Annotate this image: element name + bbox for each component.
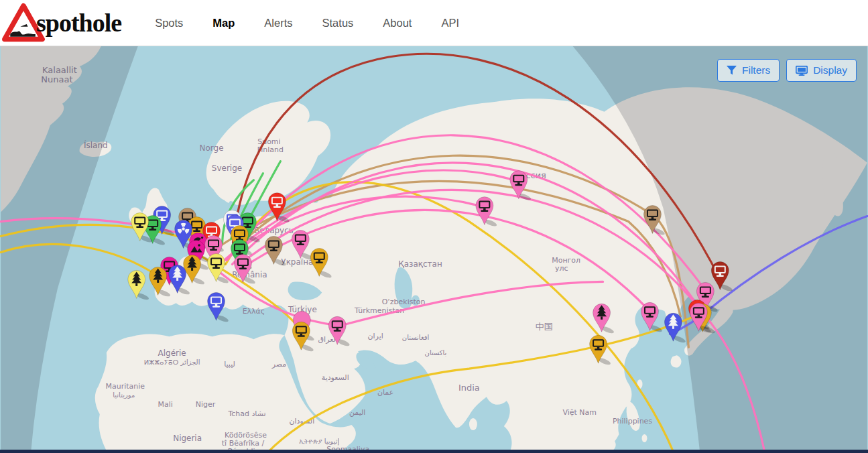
- map-label: ⵍⵣⵣⴰⵢⴻⵔ الجزائر: [144, 359, 200, 366]
- nav-item-about[interactable]: About: [383, 17, 412, 29]
- map-label: улс: [555, 264, 568, 273]
- map-label: موريتانيا: [113, 391, 135, 399]
- map-label: O‘zbekiston: [382, 298, 426, 306]
- map-label: Sverige: [212, 164, 242, 173]
- map-controls: Filters Display: [717, 59, 857, 82]
- logo-text: spothole: [36, 8, 121, 38]
- nav-item-alerts[interactable]: Alerts: [264, 17, 292, 29]
- logo[interactable]: spothole: [1, 1, 121, 44]
- map-canvas[interactable]: KalaallitNunaatÍslandNorgeSverigeSuomiFi…: [0, 46, 868, 453]
- map-label: Tchad تشاد: [227, 409, 265, 418]
- nav-item-map[interactable]: Map: [212, 17, 235, 29]
- map-label: Algérie: [158, 348, 186, 358]
- map-label: Việt Nam: [562, 408, 596, 417]
- display-button[interactable]: Display: [786, 59, 857, 82]
- nav-item-api[interactable]: API: [441, 17, 459, 29]
- filter-icon: [727, 66, 737, 75]
- map-label: Mauritanie: [106, 382, 145, 391]
- display-button-label: Display: [813, 64, 847, 76]
- filters-button-label: Filters: [742, 64, 770, 76]
- map-label: India: [458, 383, 480, 393]
- filters-button[interactable]: Filters: [717, 59, 780, 82]
- map-label: Қазақстан: [398, 259, 442, 269]
- map-label: Norge: [200, 143, 224, 153]
- map-label: Mali: [158, 400, 173, 409]
- map-label: مصر: [271, 360, 286, 369]
- map-label: عمان: [377, 388, 393, 397]
- map-label: ليبيا: [224, 360, 235, 369]
- map-label: Nigeria: [173, 434, 202, 443]
- main-nav: Spots Map Alerts Status About API: [155, 17, 459, 29]
- map-label: Niger: [196, 400, 216, 409]
- header: spothole Spots Map Alerts Status About A…: [0, 0, 868, 46]
- map-label: باكستان: [425, 349, 447, 357]
- footer-bar: [0, 450, 868, 453]
- map-label: Ελλάς: [243, 307, 265, 316]
- map-label: 中国: [536, 322, 553, 332]
- nav-item-status[interactable]: Status: [322, 17, 354, 29]
- display-icon: [796, 66, 808, 76]
- map-label: السعودية: [322, 373, 349, 382]
- world-map[interactable]: KalaallitNunaatÍslandNorgeSverigeSuomiFi…: [0, 46, 868, 453]
- app: spothole Spots Map Alerts Status About A…: [0, 0, 868, 453]
- map-label: Philippines: [613, 417, 652, 426]
- map-label: ايران: [368, 332, 383, 340]
- nav-item-spots[interactable]: Spots: [155, 17, 183, 29]
- map-label: افغانستان: [402, 334, 429, 341]
- map-label: اليمن: [349, 408, 365, 417]
